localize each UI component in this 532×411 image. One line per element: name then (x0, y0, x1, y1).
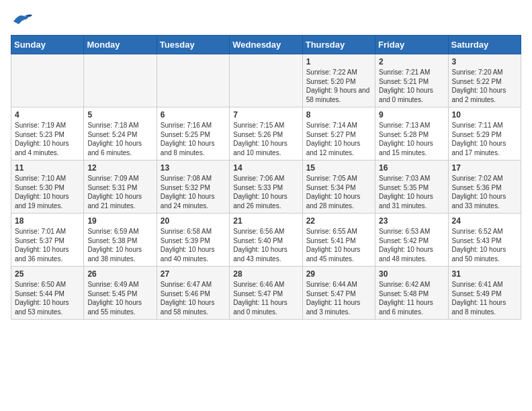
day-info: Sunrise: 7:15 AM Sunset: 5:26 PM Dayligh… (233, 121, 298, 157)
day-number: 13 (161, 163, 226, 173)
calendar-cell: 31Sunrise: 6:41 AM Sunset: 5:49 PM Dayli… (448, 267, 521, 320)
day-info: Sunrise: 7:22 AM Sunset: 5:20 PM Dayligh… (306, 68, 371, 104)
calendar-header: SundayMondayTuesdayWednesdayThursdayFrid… (11, 36, 521, 54)
header-day-monday: Monday (84, 36, 157, 54)
calendar-body: 1Sunrise: 7:22 AM Sunset: 5:20 PM Daylig… (11, 54, 521, 320)
day-info: Sunrise: 6:41 AM Sunset: 5:49 PM Dayligh… (452, 280, 517, 316)
calendar-cell: 27Sunrise: 6:47 AM Sunset: 5:46 PM Dayli… (157, 267, 229, 320)
calendar-cell: 8Sunrise: 7:14 AM Sunset: 5:27 PM Daylig… (302, 107, 375, 161)
day-number: 25 (15, 269, 80, 279)
day-info: Sunrise: 6:46 AM Sunset: 5:47 PM Dayligh… (233, 280, 298, 316)
day-info: Sunrise: 7:19 AM Sunset: 5:23 PM Dayligh… (15, 121, 80, 157)
day-info: Sunrise: 7:01 AM Sunset: 5:37 PM Dayligh… (15, 227, 80, 263)
week-row: 18Sunrise: 7:01 AM Sunset: 5:37 PM Dayli… (11, 214, 521, 267)
day-number: 1 (306, 57, 371, 66)
day-info: Sunrise: 6:56 AM Sunset: 5:40 PM Dayligh… (233, 227, 298, 263)
day-info: Sunrise: 6:52 AM Sunset: 5:43 PM Dayligh… (452, 227, 517, 263)
calendar-cell: 22Sunrise: 6:55 AM Sunset: 5:41 PM Dayli… (302, 214, 375, 267)
calendar-cell: 30Sunrise: 6:42 AM Sunset: 5:48 PM Dayli… (375, 267, 448, 320)
day-number: 30 (379, 269, 444, 279)
day-info: Sunrise: 6:49 AM Sunset: 5:45 PM Dayligh… (87, 280, 152, 316)
calendar-cell: 9Sunrise: 7:13 AM Sunset: 5:28 PM Daylig… (375, 107, 448, 161)
day-info: Sunrise: 7:21 AM Sunset: 5:21 PM Dayligh… (379, 68, 444, 104)
day-number: 11 (15, 163, 80, 173)
day-number: 8 (306, 110, 371, 120)
header-day-wednesday: Wednesday (230, 36, 302, 54)
day-number: 5 (87, 110, 152, 120)
day-number: 12 (87, 163, 152, 173)
logo-bird-icon (11, 11, 32, 27)
day-number: 19 (87, 216, 152, 226)
day-number: 17 (452, 163, 517, 173)
calendar-cell (157, 54, 229, 107)
day-info: Sunrise: 7:18 AM Sunset: 5:24 PM Dayligh… (87, 121, 152, 157)
day-number: 14 (233, 163, 298, 173)
week-row: 1Sunrise: 7:22 AM Sunset: 5:20 PM Daylig… (11, 54, 521, 107)
day-number: 31 (452, 269, 517, 279)
page-header (11, 11, 521, 27)
day-number: 20 (161, 216, 226, 226)
day-number: 22 (306, 216, 371, 226)
calendar-cell: 20Sunrise: 6:58 AM Sunset: 5:39 PM Dayli… (157, 214, 229, 267)
day-info: Sunrise: 6:50 AM Sunset: 5:44 PM Dayligh… (15, 280, 80, 316)
day-info: Sunrise: 6:42 AM Sunset: 5:48 PM Dayligh… (379, 280, 444, 316)
day-info: Sunrise: 7:08 AM Sunset: 5:32 PM Dayligh… (161, 174, 226, 210)
day-info: Sunrise: 6:44 AM Sunset: 5:47 PM Dayligh… (306, 280, 371, 316)
calendar-cell: 11Sunrise: 7:10 AM Sunset: 5:30 PM Dayli… (11, 161, 84, 214)
day-number: 26 (87, 269, 152, 279)
day-number: 4 (15, 110, 80, 120)
logo (11, 11, 36, 27)
day-info: Sunrise: 7:14 AM Sunset: 5:27 PM Dayligh… (306, 121, 371, 157)
day-number: 2 (379, 57, 444, 66)
calendar-cell: 28Sunrise: 6:46 AM Sunset: 5:47 PM Dayli… (230, 267, 302, 320)
day-number: 23 (379, 216, 444, 226)
day-number: 28 (233, 269, 298, 279)
calendar-cell: 3Sunrise: 7:20 AM Sunset: 5:22 PM Daylig… (448, 54, 521, 107)
week-row: 4Sunrise: 7:19 AM Sunset: 5:23 PM Daylig… (11, 107, 521, 161)
day-number: 15 (306, 163, 371, 173)
day-info: Sunrise: 7:10 AM Sunset: 5:30 PM Dayligh… (15, 174, 80, 210)
day-number: 7 (233, 110, 298, 120)
day-info: Sunrise: 7:05 AM Sunset: 5:34 PM Dayligh… (306, 174, 371, 210)
calendar-cell: 10Sunrise: 7:11 AM Sunset: 5:29 PM Dayli… (448, 107, 521, 161)
calendar-cell: 6Sunrise: 7:16 AM Sunset: 5:25 PM Daylig… (157, 107, 229, 161)
day-number: 24 (452, 216, 517, 226)
day-info: Sunrise: 6:59 AM Sunset: 5:38 PM Dayligh… (87, 227, 152, 263)
calendar-cell: 12Sunrise: 7:09 AM Sunset: 5:31 PM Dayli… (84, 161, 157, 214)
day-info: Sunrise: 7:02 AM Sunset: 5:36 PM Dayligh… (452, 174, 517, 210)
day-info: Sunrise: 7:13 AM Sunset: 5:28 PM Dayligh… (379, 121, 444, 157)
day-number: 29 (306, 269, 371, 279)
calendar-cell: 15Sunrise: 7:05 AM Sunset: 5:34 PM Dayli… (302, 161, 375, 214)
header-day-sunday: Sunday (11, 36, 84, 54)
day-number: 9 (379, 110, 444, 120)
day-info: Sunrise: 7:20 AM Sunset: 5:22 PM Dayligh… (452, 68, 517, 104)
day-info: Sunrise: 7:16 AM Sunset: 5:25 PM Dayligh… (161, 121, 226, 157)
calendar-cell (230, 54, 302, 107)
day-number: 18 (15, 216, 80, 226)
day-number: 27 (161, 269, 226, 279)
day-info: Sunrise: 7:09 AM Sunset: 5:31 PM Dayligh… (87, 174, 152, 210)
calendar-cell: 25Sunrise: 6:50 AM Sunset: 5:44 PM Dayli… (11, 267, 84, 320)
calendar-cell: 14Sunrise: 7:06 AM Sunset: 5:33 PM Dayli… (230, 161, 302, 214)
calendar-cell: 17Sunrise: 7:02 AM Sunset: 5:36 PM Dayli… (448, 161, 521, 214)
calendar-cell: 21Sunrise: 6:56 AM Sunset: 5:40 PM Dayli… (230, 214, 302, 267)
calendar-cell: 19Sunrise: 6:59 AM Sunset: 5:38 PM Dayli… (84, 214, 157, 267)
week-row: 25Sunrise: 6:50 AM Sunset: 5:44 PM Dayli… (11, 267, 521, 320)
day-info: Sunrise: 6:53 AM Sunset: 5:42 PM Dayligh… (379, 227, 444, 263)
calendar-cell: 7Sunrise: 7:15 AM Sunset: 5:26 PM Daylig… (230, 107, 302, 161)
header-day-tuesday: Tuesday (157, 36, 229, 54)
header-day-saturday: Saturday (448, 36, 521, 54)
calendar-cell: 16Sunrise: 7:03 AM Sunset: 5:35 PM Dayli… (375, 161, 448, 214)
header-day-friday: Friday (375, 36, 448, 54)
day-info: Sunrise: 7:03 AM Sunset: 5:35 PM Dayligh… (379, 174, 444, 210)
header-day-thursday: Thursday (302, 36, 375, 54)
calendar-cell: 1Sunrise: 7:22 AM Sunset: 5:20 PM Daylig… (302, 54, 375, 107)
calendar-cell: 26Sunrise: 6:49 AM Sunset: 5:45 PM Dayli… (84, 267, 157, 320)
calendar-cell: 29Sunrise: 6:44 AM Sunset: 5:47 PM Dayli… (302, 267, 375, 320)
calendar-cell (11, 54, 84, 107)
week-row: 11Sunrise: 7:10 AM Sunset: 5:30 PM Dayli… (11, 161, 521, 214)
calendar-table: SundayMondayTuesdayWednesdayThursdayFrid… (11, 35, 521, 320)
day-number: 10 (452, 110, 517, 120)
calendar-cell: 13Sunrise: 7:08 AM Sunset: 5:32 PM Dayli… (157, 161, 229, 214)
day-number: 6 (161, 110, 226, 120)
